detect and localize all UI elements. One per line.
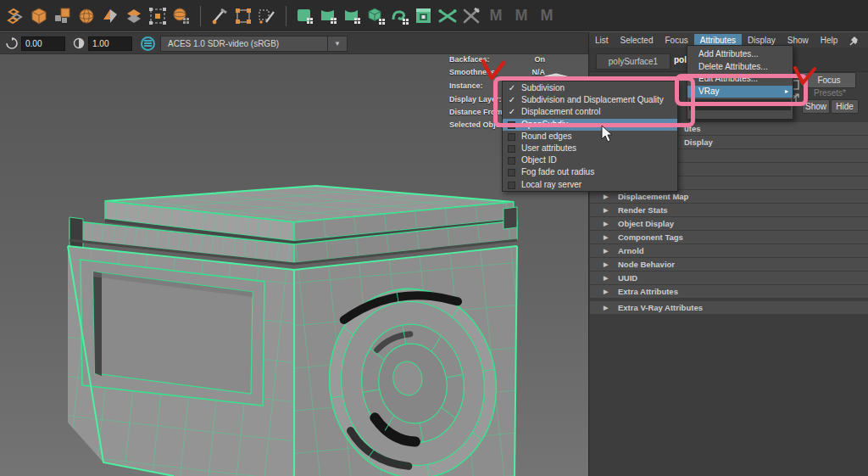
m-tool-icon-3[interactable]: M (534, 5, 559, 27)
gamma-icon[interactable] (72, 36, 86, 50)
hud-label: Instance: (449, 81, 483, 90)
menu-list[interactable]: List (589, 34, 615, 47)
menu-item-label: Object ID (521, 154, 557, 166)
section-label: Node Behavior (618, 258, 675, 271)
expand-arrow-icon: ▶ (604, 204, 608, 216)
expand-arrow-icon: ▶ (604, 258, 608, 271)
menu-item-round-edges[interactable]: Round edges (503, 131, 677, 143)
checkbox-icon (508, 145, 515, 153)
menu-item-add-attributes[interactable]: Add Attributes... (687, 48, 793, 61)
checkbox-icon (508, 169, 515, 176)
section-row-arnold[interactable]: ▶Arnold (590, 244, 868, 257)
menu-item-local-ray-server[interactable]: Local ray server (503, 179, 677, 191)
green-cross-tools-icon[interactable] (437, 5, 459, 27)
layer-diamonds-icon[interactable] (123, 5, 145, 27)
scale-box-tool-icon[interactable] (232, 5, 254, 27)
mouse-cursor (600, 125, 614, 143)
menu-help[interactable]: Help (815, 34, 844, 47)
hud-value: On (535, 55, 546, 64)
menu-item-label: Local ray server (521, 179, 581, 191)
checkbox-icon (508, 133, 515, 141)
section-label: Object Display (618, 217, 674, 230)
green-curve-icon[interactable] (389, 5, 411, 27)
section-row-component-tags[interactable]: ▶Component Tags (590, 231, 868, 244)
red-check-annotation-1 (480, 56, 507, 83)
cube-icon[interactable] (28, 5, 50, 27)
toolbar-separator (200, 6, 201, 26)
color-management-icon[interactable] (141, 36, 155, 51)
menu-item-delete-attributes[interactable]: Delete Attributes... (687, 61, 793, 74)
menu-item-label: Round edges (521, 131, 572, 143)
section-label: Component Tags (618, 231, 683, 244)
red-check-annotation-2 (793, 64, 818, 87)
section-row-extra-attributes[interactable]: ▶Extra Attributes (590, 285, 868, 298)
expand-arrow-icon: ▶ (604, 217, 608, 230)
expand-arrow-icon: ▶ (604, 190, 608, 203)
toolbar-separator (286, 6, 287, 26)
green-notch-square-icon-1[interactable] (318, 5, 340, 27)
pink-highlight-box-vray (675, 74, 808, 106)
hide-button[interactable]: Hide (831, 99, 859, 114)
viewport-toolbar: ACES 1.0 SDR-video (sRGB) ▼ (0, 33, 588, 54)
expand-arrow-icon: ▶ (604, 272, 608, 284)
m-tool-icon-2[interactable]: M (509, 5, 534, 27)
green-cube-icon[interactable] (365, 5, 387, 27)
menu-item-fog-fade-out-radius[interactable]: Fog fade out radius (503, 166, 677, 178)
section-label: Display (684, 136, 713, 148)
section-label: Extra Attributes (618, 285, 678, 298)
colorspace-dropdown[interactable]: ACES 1.0 SDR-video (sRGB) (160, 36, 328, 52)
expand-arrow-icon: ▶ (604, 285, 608, 298)
menu-item-label: User attributes (521, 143, 576, 154)
green-notch-square-icon-2[interactable] (342, 5, 364, 27)
select-box-icon[interactable] (147, 5, 169, 27)
expand-arrow-icon: ▶ (604, 231, 608, 244)
fold-plane-icon[interactable] (99, 5, 121, 27)
section-label: UUID (618, 272, 637, 284)
section-row-displacement-map[interactable]: ▶Displacement Map (590, 190, 868, 203)
section-label: Displacement Map (618, 190, 688, 203)
m-tool-icon-1[interactable]: M (483, 5, 509, 27)
pink-highlight-box-subdivision-items (493, 76, 695, 127)
section-row-uuid[interactable]: ▶UUID (590, 272, 868, 284)
section-label: Render Stats (618, 204, 668, 216)
checkbox-icon (508, 182, 515, 189)
tab-polysurface1[interactable]: polySurface1 (596, 53, 670, 70)
main-toolbar: M M M (0, 0, 868, 32)
exposure-icon[interactable] (5, 36, 19, 50)
gamma-field[interactable] (88, 36, 132, 51)
checkbox-icon (508, 157, 515, 165)
green-square-icon[interactable] (294, 5, 316, 27)
menu-selected[interactable]: Selected (615, 34, 659, 47)
section-label: Extra V-Ray Attributes (618, 301, 703, 314)
section-row-extra-vray-attributes[interactable]: ▶Extra V-Ray Attributes (590, 301, 868, 314)
expand-arrow-icon: ▶ (604, 301, 608, 314)
section-row-node-behavior[interactable]: ▶Node Behavior (590, 258, 868, 271)
knife-tool-icon[interactable] (209, 5, 231, 27)
menu-item-label: Fog fade out radius (521, 166, 594, 178)
sphere-grid-icon[interactable] (170, 5, 192, 27)
green-window-icon[interactable] (413, 5, 435, 27)
sphere-wire-icon[interactable] (75, 5, 97, 27)
presets-label[interactable]: Presets* (804, 88, 856, 98)
menu-item-object-id[interactable]: Object ID (503, 154, 677, 166)
expand-arrow-icon: ▶ (604, 244, 608, 257)
section-label: Arnold (618, 244, 644, 257)
chevron-down-icon[interactable]: ▼ (328, 36, 348, 52)
section-row-object-display[interactable]: ▶Object Display (590, 217, 868, 230)
section-row-render-stats[interactable]: ▶Render Stats (590, 204, 868, 216)
menu-item-user-attributes[interactable]: User attributes (503, 143, 677, 154)
exposure-field[interactable] (21, 36, 65, 51)
gray-cross-tools-icon[interactable] (460, 5, 482, 27)
grid-square-icon[interactable] (52, 5, 74, 27)
lasso-pen-tool-icon[interactable] (256, 5, 278, 27)
maya-window: M M M ACES 1.0 SDR-video (sRGB) ▼ (0, 0, 868, 476)
diamonds-stack-icon[interactable] (4, 5, 26, 27)
